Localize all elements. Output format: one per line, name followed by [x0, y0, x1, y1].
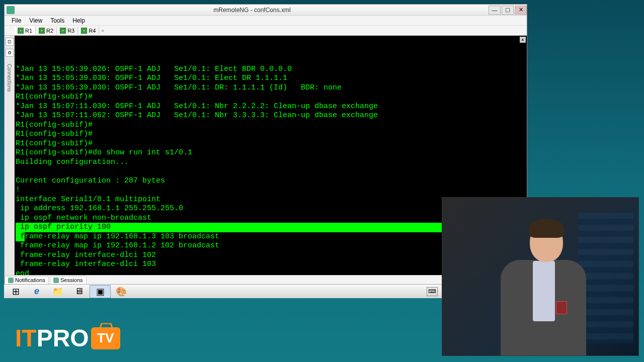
presenter-hair — [529, 219, 564, 238]
rail-label: Connections — [7, 64, 12, 92]
tab-r3[interactable]: ▪ R3 — [57, 27, 78, 35]
terminal-line: R1(config-subif)#do show run int s1/0.1 — [16, 148, 527, 158]
logo-tv-icon: TV — [91, 327, 120, 349]
terminal-line: Current configuration : 287 bytes — [16, 176, 527, 186]
folder-icon: 📁 — [52, 286, 63, 297]
terminal-line: *Jan 13 15:05:39.030: OSPF-1 ADJ Se1/0.1… — [16, 83, 527, 93]
maximize-button[interactable]: ▢ — [502, 6, 514, 15]
menu-view[interactable]: View — [25, 16, 46, 25]
tab-r2[interactable]: ▪ R2 — [36, 27, 57, 35]
presenter-video — [442, 197, 639, 356]
terminal-line — [16, 167, 527, 176]
logo-pro: PRO — [37, 324, 89, 352]
tab-label: Sessions — [60, 277, 83, 283]
terminal-line: *Jan 13 15:05:39.030: OSPF-1 ADJ Se1/0.1… — [16, 74, 527, 83]
terminal-line: R1(config-subif)# — [16, 121, 527, 130]
sessions-tab[interactable]: Sessions — [50, 276, 87, 284]
terminal-line: *Jan 13 15:07:11.062: OSPF-1 ADJ Se1/0.1… — [16, 111, 527, 121]
presenter — [492, 215, 587, 355]
tab-r1[interactable]: ▪ R1 — [15, 27, 36, 35]
scroll-up-icon[interactable]: ▲ — [520, 37, 526, 43]
taskbar: ⊞ e 📁 🖥 ▣ 🎨 ⌨ — [4, 284, 442, 298]
menu-file[interactable]: File — [8, 16, 25, 25]
terminal-line: R1(config-subif)# — [16, 93, 527, 102]
terminal-icon: ▪ — [81, 28, 87, 34]
start-button[interactable]: ⊞ — [5, 285, 26, 298]
tab-label: Notifications — [15, 277, 45, 283]
terminal-line: *Jan 13 15:07:11.030: OSPF-1 ADJ Se1/0.1… — [16, 102, 527, 112]
ie-button[interactable]: e — [26, 285, 47, 298]
terminal-icon: ▪ — [18, 28, 24, 34]
sessions-icon — [53, 278, 59, 283]
terminal-line: R1(config-subif)# — [16, 130, 527, 139]
session-tabbar: ▪ R1 ▪ R2 ▪ R3 ▪ R4 × — [5, 26, 527, 36]
paint-icon: 🎨 — [116, 286, 127, 297]
menubar: File View Tools Help — [5, 16, 527, 26]
bell-icon — [8, 278, 14, 283]
putty-icon: 🖥 — [74, 286, 84, 297]
titlebar[interactable]: mRemoteNG - confCons.xml — ▢ ✕ — [5, 5, 527, 16]
app-icon — [7, 6, 15, 14]
putty-button[interactable]: 🖥 — [68, 285, 90, 298]
windows-icon: ⊞ — [12, 286, 20, 297]
tab-close-icon[interactable]: × — [99, 28, 106, 34]
tab-label: R1 — [25, 28, 32, 34]
mremote-button[interactable]: ▣ — [90, 285, 111, 298]
notifications-tab[interactable]: Notifications — [5, 276, 49, 284]
window-title: mRemoteNG - confCons.xml — [17, 7, 488, 14]
mremote-icon: ▣ — [96, 286, 105, 297]
ie-icon: e — [34, 286, 39, 297]
terminal-line: Building configuration... — [16, 158, 527, 167]
connections-icon[interactable]: ⊡ — [6, 38, 14, 46]
menu-help[interactable]: Help — [68, 16, 89, 25]
itprotv-logo: ITPRO TV — [15, 324, 120, 352]
presenter-badge — [556, 301, 567, 314]
tab-label: R3 — [67, 28, 74, 34]
minimize-button[interactable]: — — [489, 6, 501, 15]
terminal-line: *Jan 13 15:05:39.026: OSPF-1 ADJ Se1/0.1… — [16, 65, 527, 74]
video-scene — [442, 198, 638, 355]
menu-tools[interactable]: Tools — [46, 16, 68, 25]
scrollbar[interactable]: ▲ — [520, 37, 526, 43]
terminal-icon: ▪ — [39, 28, 45, 34]
explorer-button[interactable]: 📁 — [47, 285, 68, 298]
terminal-icon: ▪ — [60, 28, 66, 34]
window-controls: — ▢ ✕ — [488, 6, 527, 15]
close-button[interactable]: ✕ — [515, 6, 527, 15]
left-rail: ⊡ ⚙ Connections — [5, 36, 15, 275]
tab-label: R4 — [89, 28, 96, 34]
keyboard-tray-icon[interactable]: ⌨ — [427, 287, 438, 296]
paint-button[interactable]: 🎨 — [111, 285, 132, 298]
terminal-line: R1(config-subif)# — [16, 139, 527, 149]
tab-r4[interactable]: ▪ R4 — [78, 27, 99, 35]
logo-it: IT — [15, 324, 37, 352]
presenter-shirt — [533, 261, 555, 321]
config-icon[interactable]: ⚙ — [6, 49, 14, 57]
tab-label: R2 — [46, 28, 53, 34]
terminal-line: ! — [16, 186, 527, 195]
